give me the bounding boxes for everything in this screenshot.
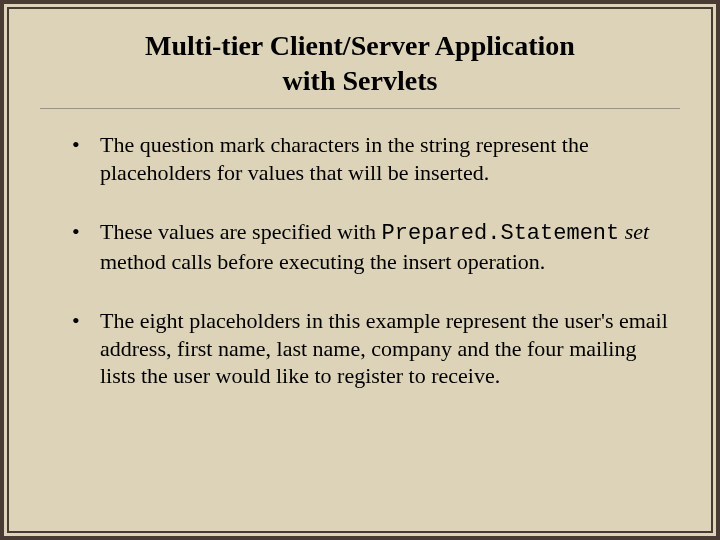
bullet-item: The question mark characters in the stri… — [72, 131, 668, 186]
bullet-list: The question mark characters in the stri… — [72, 131, 668, 390]
slide-title: Multi-tier Client/Server Application wit… — [4, 28, 716, 98]
title-divider — [40, 108, 680, 109]
italic-text: set — [625, 219, 649, 244]
title-line-2: with Servlets — [283, 65, 438, 96]
bullet-item: These values are specified with Prepared… — [72, 218, 668, 275]
bullet-text: These values are specified with — [100, 219, 382, 244]
bullet-text: method calls before executing the insert… — [100, 249, 545, 274]
code-text: Prepared.Statement — [382, 221, 620, 246]
title-line-1: Multi-tier Client/Server Application — [145, 30, 575, 61]
bullet-item: The eight placeholders in this example r… — [72, 307, 668, 390]
slide-frame: Multi-tier Client/Server Application wit… — [0, 0, 720, 540]
bullet-text: The question mark characters in the stri… — [100, 132, 589, 185]
bullet-text: The eight placeholders in this example r… — [100, 308, 668, 388]
